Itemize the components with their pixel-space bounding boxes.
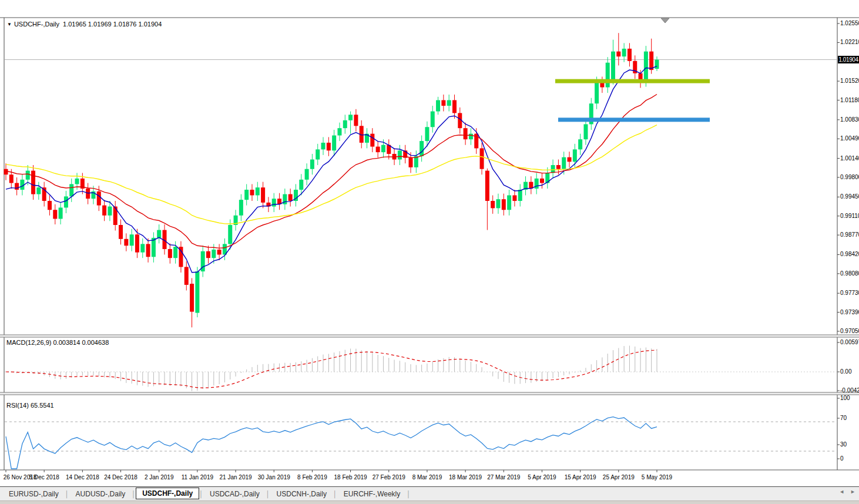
candle-body	[157, 230, 161, 238]
candle-body	[425, 127, 429, 141]
price-tick-label: 0.97390	[840, 309, 859, 315]
chart-tab-audusd-daily[interactable]: AUDUSD-,Daily	[69, 489, 132, 499]
chart-tab-usdcnh-daily[interactable]: USDCNH-,Daily	[270, 489, 333, 499]
chart-tab-usdchf-daily[interactable]: USDCHF-,Daily	[136, 488, 199, 499]
panel-separator[interactable]	[0, 392, 859, 395]
candle-body	[452, 100, 457, 113]
candle-body	[195, 271, 199, 313]
price-tick-label: 0.99110	[840, 213, 859, 219]
candle-body	[595, 82, 599, 103]
candle-body	[250, 190, 254, 196]
candle-body	[4, 169, 8, 175]
tab-separator: │	[333, 490, 337, 498]
candle-body	[502, 199, 506, 210]
date-tick-label: 5 Dec 2018	[29, 474, 59, 481]
chart-tab-usdcad-daily[interactable]: USDCAD-,Daily	[203, 489, 266, 499]
date-tick-label: 18 Feb 2019	[334, 474, 367, 481]
candle-body	[9, 174, 14, 183]
candle-body	[15, 183, 19, 190]
candle-body	[551, 165, 555, 173]
price-tick-label: 0.97730	[840, 290, 859, 296]
candle-body	[108, 207, 112, 216]
candle-body	[578, 139, 582, 149]
tab-scroll-right-icon[interactable]: ►	[850, 489, 855, 495]
chart-canvas[interactable]	[0, 0, 859, 504]
candle-body	[97, 191, 101, 206]
current-price-tag: 1.01904	[838, 56, 859, 63]
candle-body	[464, 128, 468, 139]
candle-body	[573, 149, 577, 162]
candle-body	[337, 128, 341, 135]
candle-body	[124, 239, 128, 246]
candle-body	[583, 124, 588, 139]
symbol-dropdown-icon[interactable]: ▼	[7, 22, 12, 27]
panel-separator[interactable]	[0, 335, 859, 337]
candle-body	[228, 225, 232, 244]
candle-body	[86, 189, 90, 199]
tab-separator: │	[199, 490, 203, 498]
candle-body	[244, 190, 249, 200]
candle-body	[75, 179, 79, 184]
candle-body	[64, 196, 68, 207]
price-tick-label: 0.99800	[840, 174, 859, 180]
support-blue-level-line[interactable]	[558, 117, 710, 122]
candle-body	[376, 147, 380, 153]
rsi-tick-label: 70	[840, 415, 847, 421]
candle-body	[305, 169, 309, 180]
candle-body	[135, 234, 139, 252]
candle-body	[59, 207, 63, 219]
candle-body	[48, 201, 52, 210]
candle-body	[332, 136, 336, 151]
candle-body	[409, 158, 413, 167]
chart-tab-eurusd-daily[interactable]: EURUSD-,Daily	[2, 489, 65, 499]
candle-body	[628, 49, 632, 61]
tab-separator: │	[132, 490, 136, 498]
resistance-olive-level-line[interactable]	[555, 79, 710, 83]
candle-body	[354, 115, 358, 126]
price-tick-label: 1.00830	[840, 116, 859, 123]
candle-body	[622, 49, 626, 56]
candle-body	[441, 100, 445, 106]
window-bottom-edge	[0, 500, 859, 504]
candle-body	[272, 199, 276, 206]
candle-body	[655, 60, 659, 69]
candle-body	[299, 180, 303, 190]
candle-body	[507, 195, 511, 210]
macd-indicator-label: MACD(12,26,9) 0.003814 0.004638	[6, 339, 109, 346]
macd-tick-label: 0.00	[840, 368, 851, 375]
rsi-tick-label: 30	[840, 441, 847, 448]
chart-background	[0, 0, 859, 504]
trading-platform-window: H4D1W1MN ▼USDCHF-,Daily 1.01965 1.01969 …	[0, 0, 859, 504]
chart-tab-eurchf-weekly[interactable]: EURCHF-,Weekly	[337, 489, 407, 499]
macd-tick-label: -0.004243	[840, 387, 859, 394]
date-tick-label: 15 Apr 2019	[565, 474, 596, 481]
date-tick-label: 11 Jan 2019	[182, 474, 213, 481]
rsi-indicator-label: RSI(14) 65.5541	[6, 402, 54, 409]
candle-body	[485, 171, 489, 201]
price-tick-label: 1.01180	[840, 97, 859, 103]
candle-body	[535, 179, 539, 189]
date-tick-label: 27 Feb 2019	[373, 474, 405, 481]
candle-body	[469, 134, 473, 140]
candle-body	[190, 284, 194, 312]
candle-body	[616, 52, 620, 57]
tab-scroll-left-icon[interactable]: ◄	[839, 489, 844, 495]
candle-body	[420, 141, 424, 156]
candle-body	[348, 115, 353, 120]
candle-body	[206, 251, 210, 258]
price-tick-label: 1.00140	[840, 155, 859, 162]
candle-body	[31, 171, 35, 194]
chart-ohlc-values: 1.01965 1.01969 1.01876 1.01904	[63, 21, 162, 28]
chart-title: ▼USDCHF-,Daily 1.01965 1.01969 1.01876 1…	[7, 21, 162, 28]
tab-scrollers: ◄ ►	[839, 489, 855, 495]
candle-body	[398, 150, 402, 159]
candle-body	[540, 179, 544, 183]
date-tick-label: 30 Jan 2019	[258, 474, 290, 481]
candle-body	[512, 195, 516, 201]
candle-body	[568, 157, 572, 162]
date-tick-label: 8 Mar 2019	[412, 474, 442, 481]
chart-tab-bar: EURUSD-,Daily│AUDUSD-,Daily│USDCHF-,Dail…	[0, 486, 859, 500]
candle-body	[611, 52, 615, 82]
candle-body	[256, 187, 260, 195]
candle-body	[518, 190, 522, 201]
